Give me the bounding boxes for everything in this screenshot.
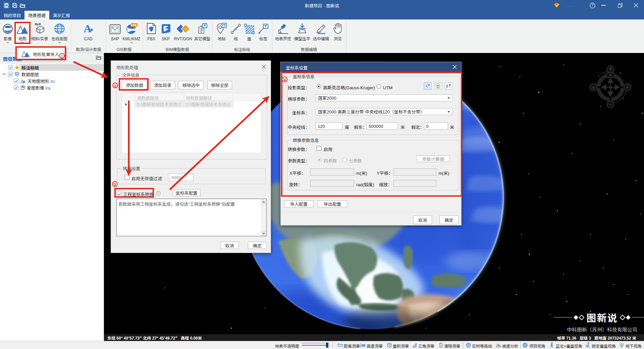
svg-text:?: ? [592,3,594,7]
svg-text:N: N [609,73,611,77]
svg-text:A: A [84,23,91,34]
svg-text:2: 2 [185,27,186,31]
svg-text:KML: KML [131,23,137,27]
svg-text:?: ? [157,192,159,195]
